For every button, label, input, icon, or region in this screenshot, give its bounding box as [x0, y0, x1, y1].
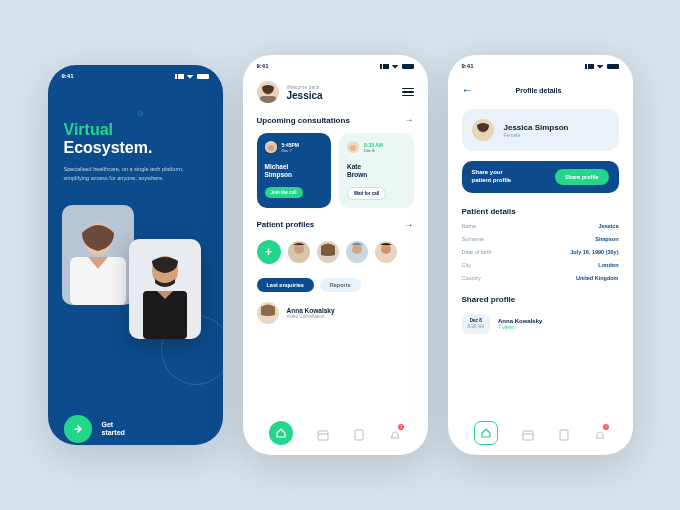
person-card-2 — [129, 239, 201, 339]
svg-point-10 — [268, 145, 274, 151]
status-bar: 9:41 — [448, 55, 633, 73]
tabbar-home-icon[interactable] — [269, 421, 293, 445]
svg-rect-30 — [560, 430, 568, 440]
consult-name: Kate Brown — [347, 163, 406, 179]
enquiry-item[interactable]: Anna Kowalsky Video Consultation — [257, 302, 414, 324]
menu-icon[interactable] — [402, 88, 414, 97]
hero-title-2: Ecosystem. — [64, 139, 207, 157]
profile-name: Jessica Simpson — [504, 123, 569, 132]
enquiry-sub: Video Consultation — [287, 314, 335, 319]
page-title: Profile details — [516, 87, 562, 94]
tabbar-home-icon[interactable] — [474, 421, 498, 445]
get-started-label: Get started — [102, 421, 125, 438]
patient-details-title: Patient details — [462, 207, 619, 216]
back-button[interactable]: ← — [462, 83, 474, 97]
detail-label: Country — [462, 275, 481, 281]
notification-badge: 2 — [603, 424, 609, 430]
detail-label: City — [462, 262, 471, 268]
detail-label: Surname — [462, 236, 484, 242]
battery-icon — [402, 64, 414, 69]
svg-rect-28 — [523, 431, 533, 440]
tabbar-calendar-icon[interactable] — [522, 427, 534, 439]
status-time: 9:41 — [257, 63, 269, 69]
detail-label: Date of birth — [462, 249, 492, 255]
tabbar-files-icon[interactable] — [353, 427, 365, 439]
svg-rect-23 — [318, 431, 328, 440]
svg-point-18 — [352, 244, 362, 254]
profile-card: Jessica Simpson Female — [462, 109, 619, 151]
person-card-1 — [62, 205, 134, 305]
profile-avatar-4[interactable] — [375, 241, 397, 263]
consult-date: Dec 8 — [364, 148, 383, 153]
consultation-card-2[interactable]: 8:30 AM Dec 8 Kate Brown Wait for call — [339, 133, 414, 208]
wifi-icon — [392, 64, 399, 69]
enquiry-avatar — [257, 302, 279, 324]
onboarding-screen: 9:41 Virtual Ecosystem. Specialised heal… — [48, 65, 223, 445]
profile-details-screen: 9:41 ← Profile details Jessica Simpson F… — [448, 55, 633, 455]
battery-icon — [197, 74, 209, 79]
wait-call-button[interactable]: Wait for call — [347, 187, 386, 200]
decor-dot — [138, 111, 143, 116]
shared-profile-title: Shared profile — [462, 295, 619, 304]
shared-name: Anna Kowalsky — [498, 318, 542, 324]
hero-subtitle: Specialised healthcare, on a single tech… — [64, 165, 207, 183]
shared-date-badge: Dec 8 8:30 AM — [462, 314, 491, 334]
wifi-icon — [597, 64, 604, 69]
username: Jessica — [287, 90, 323, 101]
arrow-icon[interactable]: → — [405, 115, 414, 125]
welcome-label: Welcome back — [287, 84, 323, 90]
detail-value: July 16, 1990 (30y) — [570, 249, 618, 255]
consult-avatar — [265, 141, 277, 153]
consult-date: Dec 7 — [282, 148, 300, 153]
enquiry-name: Anna Kowalsky — [287, 307, 335, 314]
profile-avatar-3[interactable] — [346, 241, 368, 263]
tabbar-bell-icon[interactable]: 2 — [389, 427, 401, 439]
tabbar-calendar-icon[interactable] — [317, 427, 329, 439]
status-time: 9:41 — [462, 63, 474, 69]
detail-value: United Kingdom — [576, 275, 618, 281]
section-consultations: Upcoming consultations — [257, 116, 350, 125]
tabbar-bell-icon[interactable]: 2 — [594, 427, 606, 439]
tab-reports[interactable]: Reports — [320, 278, 361, 292]
svg-point-12 — [350, 145, 356, 151]
notification-badge: 2 — [398, 424, 404, 430]
detail-label: Name — [462, 223, 477, 229]
status-bar: 9:41 — [48, 65, 223, 83]
profile-avatar-2[interactable] — [317, 241, 339, 263]
user-avatar[interactable] — [257, 81, 279, 103]
profile-avatar — [472, 119, 494, 141]
svg-point-14 — [294, 244, 304, 254]
join-call-button[interactable]: Join the call — [265, 187, 303, 198]
svg-point-20 — [381, 244, 391, 254]
shared-views: 7 views — [498, 324, 542, 330]
profile-avatar-1[interactable] — [288, 241, 310, 263]
arrow-icon[interactable]: → — [405, 220, 414, 230]
wifi-icon — [187, 74, 194, 79]
profile-gender: Female — [504, 132, 569, 138]
svg-rect-25 — [355, 430, 363, 440]
section-profiles: Patient profiles — [257, 220, 315, 229]
detail-value: Jessica — [599, 223, 619, 229]
consultation-card-1[interactable]: 5:45PM Dec 7 Michael Simpson Join the ca… — [257, 133, 332, 208]
signal-icon — [175, 74, 184, 79]
tabbar-files-icon[interactable] — [558, 427, 570, 439]
battery-icon — [607, 64, 619, 69]
detail-value: Simpson — [595, 236, 618, 242]
share-bar: Share your patient profile Share profile — [462, 161, 619, 193]
status-bar: 9:41 — [243, 55, 428, 73]
hero-title-1: Virtual — [64, 121, 207, 139]
consult-avatar — [347, 141, 359, 153]
add-profile-button[interactable]: + — [257, 240, 281, 264]
signal-icon — [585, 64, 594, 69]
share-label: Share your patient profile — [472, 169, 512, 185]
consult-name: Michael Simpson — [265, 163, 324, 179]
status-time: 9:41 — [62, 73, 74, 79]
share-button[interactable]: Share profile — [555, 169, 609, 185]
detail-value: London — [598, 262, 618, 268]
get-started-button[interactable]: Get started — [64, 415, 125, 443]
signal-icon — [380, 64, 389, 69]
shared-profile-item[interactable]: Dec 8 8:30 AM Anna Kowalsky 7 views — [462, 314, 619, 334]
svg-rect-8 — [260, 96, 276, 103]
home-screen: 9:41 Welcome back Jessica Upcoming consu… — [243, 55, 428, 455]
tab-enquiries[interactable]: Last enquiries — [257, 278, 314, 292]
